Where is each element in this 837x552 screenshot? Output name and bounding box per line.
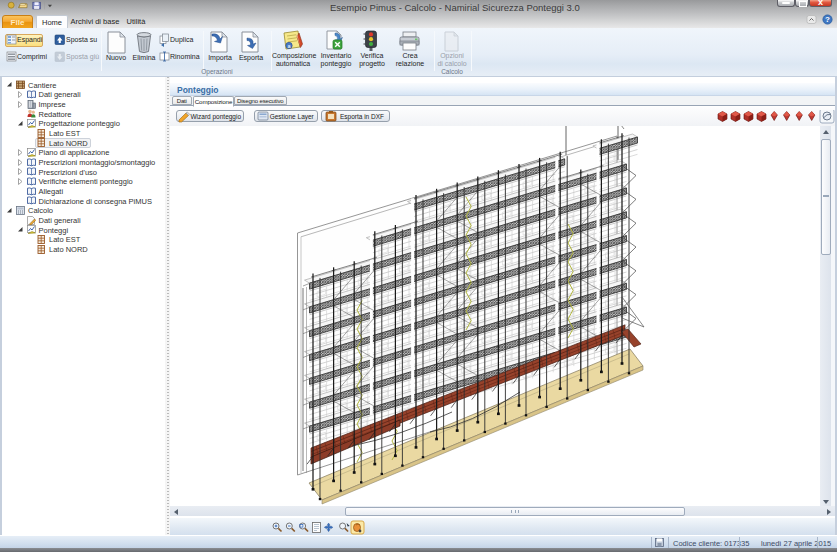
svg-text:?: ? xyxy=(825,15,830,24)
